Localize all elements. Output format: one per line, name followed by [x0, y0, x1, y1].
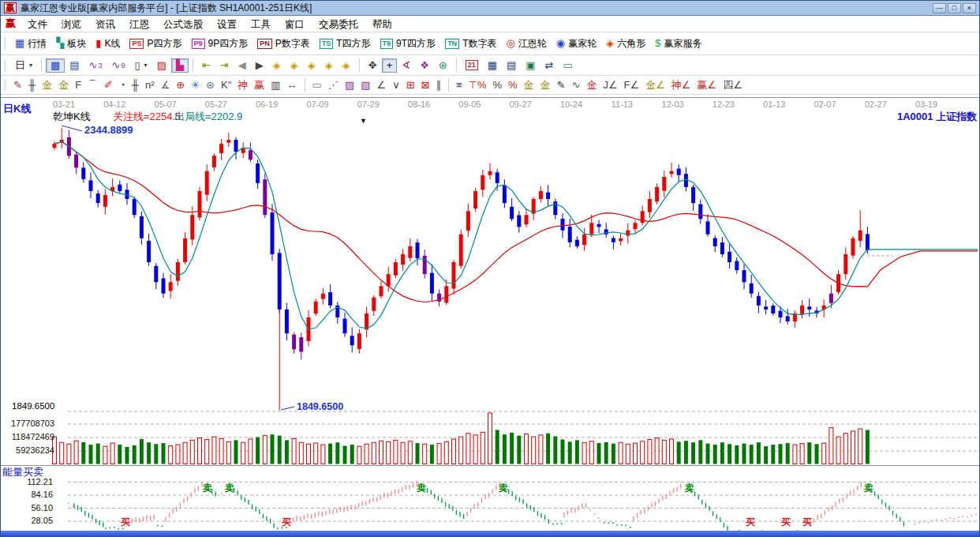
menu-item-3[interactable]: 江恩 — [122, 17, 156, 32]
save-image-button[interactable]: ▣ — [521, 58, 540, 73]
bottom-scrollbar[interactable] — [1, 531, 980, 536]
fan-box-2-tool[interactable]: ▧ — [357, 78, 373, 92]
stats-list-tool[interactable]: ≡ — [453, 78, 466, 92]
menu-item-6[interactable]: 工具 — [244, 17, 278, 32]
compress-bars-button[interactable]: ◈ — [320, 58, 338, 73]
close-button[interactable]: × — [963, 3, 976, 13]
kline-chart-canvas[interactable]: 卖卖卖卖卖卖买买买买买 — [1, 98, 980, 533]
data-transfer-button[interactable]: ⇄ — [540, 58, 559, 73]
pane-period-label: 日K线 — [3, 102, 31, 116]
shen-tool[interactable]: 神 — [234, 78, 251, 92]
minimize-button[interactable]: — — [933, 3, 946, 13]
v-wave-tool[interactable]: ∨ — [389, 78, 403, 92]
menu-item-0[interactable]: 文件 — [21, 17, 54, 32]
expand-bars-button[interactable]: ◈ — [338, 58, 355, 73]
p-square-button[interactable]: PSP四方形 — [125, 36, 186, 52]
period-day-dropdown[interactable]: 日▾ — [10, 58, 37, 73]
k-mark-tool[interactable]: Kʺ — [218, 78, 234, 92]
calculator-button[interactable]: ▦ — [483, 58, 502, 73]
color-histogram-button[interactable]: ▙ — [171, 58, 189, 73]
angle-ruler-tool[interactable]: ∡ — [158, 78, 174, 92]
memo-button[interactable]: ▤ — [502, 58, 521, 73]
fence-tool[interactable]: ╫ — [25, 78, 39, 92]
hexagon-button[interactable]: ◈六角形 — [601, 36, 650, 52]
prev-bar-button[interactable]: ◀ — [234, 58, 251, 73]
t-percent-tool[interactable]: ⊤% — [466, 78, 490, 92]
parallel-lines-tool[interactable]: ∥ — [432, 78, 444, 92]
gold-fence-tool[interactable]: 金 — [39, 78, 55, 92]
fan-box-tool[interactable]: ▨ — [342, 78, 357, 92]
ying-angle-tool[interactable]: 赢∠ — [694, 78, 720, 92]
gann-fan-tool[interactable]: ⋰ — [325, 78, 342, 92]
menu-item-7[interactable]: 窗口 — [278, 17, 312, 32]
gold-angle-tool[interactable]: 金∠ — [642, 78, 668, 92]
gann-grid-chart-button[interactable]: ▩ — [46, 58, 65, 73]
f-fence-tool[interactable]: F — [72, 78, 84, 92]
menu-item-1[interactable]: 浏览 — [54, 17, 88, 32]
cycle-finder-button[interactable]: ⊛ — [434, 58, 452, 73]
n-square-tool[interactable]: n² — [142, 78, 158, 92]
ink-pen-tool[interactable]: ✎ — [554, 78, 569, 92]
t-number-button[interactable]: TNT数字表 — [440, 36, 501, 52]
pen-tool[interactable]: ✎ — [10, 78, 25, 92]
si-angle-tool[interactable]: 四∠ — [720, 78, 746, 92]
gold-box-tool[interactable]: 金 — [583, 78, 600, 92]
f10-info-button[interactable]: ▤ — [65, 58, 84, 73]
winner-wheel-button[interactable]: ◉赢家轮 — [552, 36, 601, 52]
menu-item-9[interactable]: 帮助 — [365, 17, 399, 32]
last-bar-button[interactable]: ⇥ — [215, 58, 234, 73]
blue-star-tool[interactable]: ✳ — [188, 78, 203, 92]
p-number-button[interactable]: PNP数字表 — [252, 36, 315, 52]
grid-star-tool[interactable]: ⊛ — [203, 78, 218, 92]
9p-square-button[interactable]: P99P四方形 — [187, 36, 253, 52]
gold-fence-2-tool[interactable]: 金 — [55, 78, 72, 92]
angle-measure-button[interactable]: ∢ — [397, 58, 415, 73]
percent-tool[interactable]: % — [489, 78, 505, 92]
menu-item-8[interactable]: 交易委托 — [312, 17, 365, 32]
next-bar-button[interactable]: ▶ — [251, 58, 268, 73]
shift-left-button[interactable]: ◈ — [268, 58, 286, 73]
kline-button[interactable]: ▮K线 — [91, 36, 125, 52]
t-square-button[interactable]: TST四方形 — [315, 36, 376, 52]
gann-wheel-button[interactable]: ◎江恩轮 — [501, 36, 551, 52]
winner-service-button[interactable]: $赢家服务 — [650, 36, 706, 52]
plain-fence-tool[interactable]: ╫ — [129, 78, 142, 92]
red-brush-tool[interactable]: ✐ — [101, 78, 116, 92]
qiankun-kline-button[interactable]: ▨ — [152, 58, 171, 73]
shift-right-button[interactable]: ◈ — [286, 58, 303, 73]
trend-angle-tool[interactable]: ∠ — [373, 78, 389, 92]
wave-3-button[interactable]: ∿3 — [84, 58, 107, 73]
calendar-button[interactable]: 21 — [461, 58, 483, 72]
gold-circle-tool[interactable]: 金 — [521, 78, 537, 92]
wave-overlay-tool[interactable]: ∿ — [568, 78, 583, 92]
sector-button[interactable]: ▚板块 — [51, 36, 91, 52]
gold-rule-tool[interactable]: 金 — [537, 78, 554, 92]
menu-item-5[interactable]: 设置 — [210, 17, 244, 32]
shen-angle-tool[interactable]: 神∠ — [668, 78, 694, 92]
cycle-circle-tool[interactable]: ◔ — [116, 78, 129, 92]
grid-arrow-tool[interactable]: ⊠ — [418, 78, 433, 92]
f-angle-tool[interactable]: F∠ — [621, 78, 643, 92]
remote-client-button[interactable]: ▭ — [559, 58, 578, 73]
candle-style-dropdown[interactable]: ▯▾ — [129, 58, 151, 73]
9t-square-button[interactable]: T99T四方形 — [376, 36, 441, 52]
arc-fence-tool[interactable]: ⌒ — [84, 78, 101, 92]
ruler-tool[interactable]: ▥ — [267, 78, 283, 92]
first-bar-button[interactable]: ⇤ — [197, 58, 215, 73]
ying-tool[interactable]: 赢 — [251, 78, 267, 92]
expand-horizontal-button[interactable]: ◈ — [303, 58, 320, 73]
quote-button[interactable]: ▦行情 — [10, 36, 51, 52]
maximize-button[interactable]: □ — [948, 3, 961, 13]
crosshair-button[interactable]: + — [382, 58, 398, 73]
h-span-tool[interactable]: ↔ — [284, 78, 301, 92]
percent-line-tool[interactable]: % — [505, 78, 521, 92]
j-angle-tool[interactable]: J∠ — [600, 78, 620, 92]
menu-item-2[interactable]: 资讯 — [88, 17, 122, 32]
wave-9-button[interactable]: ∿9 — [107, 58, 130, 73]
menu-item-4[interactable]: 公式选股 — [156, 17, 210, 32]
pan-hand-button[interactable]: ✥ — [364, 58, 382, 73]
red-grid-tool[interactable]: ⊞ — [403, 78, 418, 92]
red-target-tool[interactable]: ⊕ — [173, 78, 188, 92]
gann-shape-button[interactable]: ❖ — [415, 58, 434, 73]
rect-tool[interactable]: ▭ — [309, 78, 325, 92]
